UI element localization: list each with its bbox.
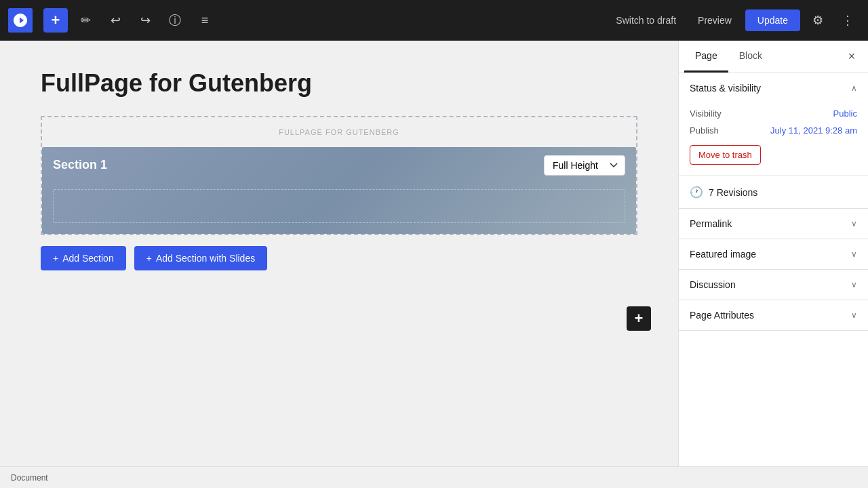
- section-1-body: [42, 184, 636, 234]
- preview-button[interactable]: Preview: [690, 11, 740, 30]
- publish-label: Publish: [690, 125, 719, 136]
- list-view-toolbar-button[interactable]: ≡: [193, 8, 217, 33]
- status-visibility-title: Status & visibility: [690, 83, 761, 94]
- page-attributes-header[interactable]: Page Attributes ∨: [679, 300, 868, 330]
- page-attributes-section: Page Attributes ∨: [679, 300, 868, 331]
- tab-block[interactable]: Block: [728, 41, 773, 73]
- move-trash-row: Move to trash: [690, 142, 857, 165]
- visibility-label: Visibility: [690, 108, 722, 119]
- featured-image-chevron-down-icon: ∨: [851, 249, 857, 259]
- add-section-button[interactable]: + Add Section: [41, 246, 126, 270]
- featured-image-title: Featured image: [690, 249, 756, 260]
- page-title: FullPage for Gutenberg: [41, 68, 637, 100]
- info-toolbar-button[interactable]: ⓘ: [163, 8, 187, 33]
- toolbar-right: Switch to draft Preview Update ⚙ ⋮: [608, 8, 860, 33]
- sidebar-content: Status & visibility ∧ Visibility Public …: [679, 73, 868, 466]
- publish-value[interactable]: July 11, 2021 9:28 am: [770, 125, 857, 136]
- undo-toolbar-button[interactable]: ↩: [103, 8, 127, 33]
- status-visibility-section: Status & visibility ∧ Visibility Public …: [679, 73, 868, 176]
- status-visibility-content: Visibility Public Publish July 11, 2021 …: [679, 103, 868, 176]
- add-section-row: + Add Section + Add Section with Slides: [41, 246, 637, 270]
- permalink-section: Permalink ∨: [679, 209, 868, 239]
- revisions-row[interactable]: 🕐 7 Revisions: [679, 176, 868, 209]
- discussion-title: Discussion: [690, 279, 736, 290]
- visibility-row: Visibility Public: [690, 108, 857, 119]
- page-attributes-chevron-down-icon: ∨: [851, 310, 857, 320]
- add-block-bottom-button[interactable]: +: [627, 306, 651, 331]
- revisions-text: 7 Revisions: [709, 187, 757, 198]
- tab-page[interactable]: Page: [684, 41, 728, 73]
- main-layout: FullPage for Gutenberg FULLPAGE FOR GUTE…: [0, 41, 868, 466]
- discussion-section: Discussion ∨: [679, 270, 868, 300]
- status-bar: Document: [0, 466, 868, 488]
- revisions-clock-icon: 🕐: [690, 186, 703, 199]
- visibility-value[interactable]: Public: [833, 108, 857, 119]
- fullpage-block-container: FULLPAGE FOR GUTENBERG Section 1 Full He…: [41, 116, 637, 235]
- discussion-chevron-down-icon: ∨: [851, 280, 857, 289]
- add-section-slides-label: Add Section with Slides: [156, 253, 255, 264]
- add-block-toolbar-button[interactable]: +: [43, 8, 68, 33]
- document-label: Document: [11, 473, 48, 483]
- status-visibility-header[interactable]: Status & visibility ∧: [679, 73, 868, 103]
- fullpage-block-label: FULLPAGE FOR GUTENBERG: [42, 117, 636, 147]
- toolbar: + ✏ ↩ ↪ ⓘ ≡ Switch to draft Preview Upda…: [0, 0, 868, 41]
- section-1-title: Section 1: [53, 158, 107, 172]
- move-to-trash-button[interactable]: Move to trash: [690, 145, 761, 165]
- add-section-plus-icon: +: [53, 253, 58, 264]
- section-height-dropdown[interactable]: Full Height Auto Height: [544, 155, 625, 176]
- featured-image-section: Featured image ∨: [679, 239, 868, 270]
- section-1-inner: [53, 189, 625, 223]
- section-1-block: Section 1 Full Height Auto Height: [42, 147, 636, 234]
- featured-image-header[interactable]: Featured image ∨: [679, 239, 868, 269]
- sidebar-tabs: Page Block ×: [679, 41, 868, 73]
- permalink-header[interactable]: Permalink ∨: [679, 209, 868, 239]
- permalink-title: Permalink: [690, 218, 732, 229]
- section-1-header: Section 1 Full Height Auto Height: [42, 147, 636, 184]
- switch-to-draft-button[interactable]: Switch to draft: [608, 11, 684, 30]
- wp-logo: [8, 8, 33, 33]
- permalink-chevron-down-icon: ∨: [851, 219, 857, 228]
- add-section-label: Add Section: [62, 253, 114, 264]
- status-visibility-chevron-up-icon: ∧: [851, 83, 857, 93]
- redo-toolbar-button[interactable]: ↪: [133, 8, 157, 33]
- page-attributes-title: Page Attributes: [690, 310, 754, 321]
- editor-area: FullPage for Gutenberg FULLPAGE FOR GUTE…: [0, 41, 678, 466]
- update-button[interactable]: Update: [745, 9, 800, 31]
- discussion-header[interactable]: Discussion ∨: [679, 270, 868, 300]
- add-section-slides-button[interactable]: + Add Section with Slides: [134, 246, 268, 270]
- add-section-slides-plus-icon: +: [146, 253, 152, 264]
- settings-toolbar-button[interactable]: ⚙: [806, 8, 830, 33]
- edit-toolbar-button[interactable]: ✏: [73, 8, 98, 33]
- publish-row: Publish July 11, 2021 9:28 am: [690, 125, 857, 136]
- more-options-toolbar-button[interactable]: ⋮: [835, 8, 860, 33]
- sidebar: Page Block × Status & visibility ∧ Visib…: [678, 41, 868, 466]
- sidebar-close-button[interactable]: ×: [841, 46, 863, 68]
